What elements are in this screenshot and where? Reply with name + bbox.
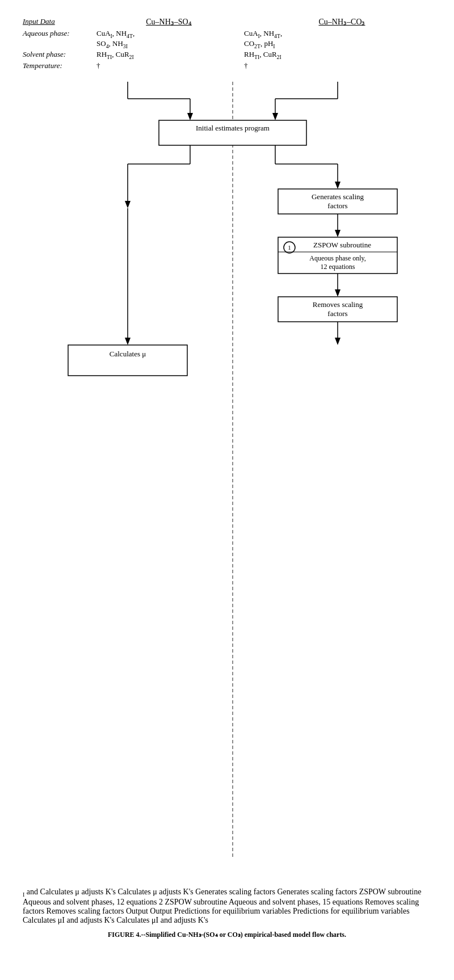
aqueous-phase-label: Aqueous phase: bbox=[23, 29, 85, 38]
svg-marker-14 bbox=[125, 201, 131, 208]
flowchart-svg: Initial estimates program Generates scal… bbox=[23, 82, 443, 888]
svg-text:Calculates μ: Calculates μ bbox=[110, 350, 146, 358]
left-temp-input: † bbox=[85, 61, 199, 70]
figure-caption: FIGURE 4.--Simplified Cu-NH₃-(SO₄ or CO₃… bbox=[23, 931, 431, 939]
temperature-label: Temperature: bbox=[23, 61, 85, 70]
svg-text:factors: factors bbox=[327, 309, 347, 318]
right-aqueous-inputs: CuAI, NH4T,CO2T, pHI bbox=[244, 29, 369, 49]
svg-marker-4 bbox=[187, 113, 193, 120]
svg-marker-23 bbox=[335, 230, 340, 237]
svg-text:Generates scaling: Generates scaling bbox=[312, 192, 364, 201]
left-system-label: Cu–NH₃–SO₄ bbox=[107, 17, 232, 27]
svg-text:ZSPOW subroutine: ZSPOW subroutine bbox=[313, 241, 371, 249]
right-system-label: Cu–NH₃–CO₃ bbox=[274, 17, 410, 27]
svg-marker-32 bbox=[335, 289, 340, 297]
left-aqueous-inputs: CuAI, NH4T,SO4, NH3I bbox=[85, 29, 199, 49]
svg-text:12 equations: 12 equations bbox=[321, 263, 355, 271]
svg-text:Removes scaling: Removes scaling bbox=[313, 300, 363, 309]
svg-marker-18 bbox=[335, 182, 340, 189]
svg-text:Initial estimates program: Initial estimates program bbox=[196, 124, 270, 132]
svg-marker-39 bbox=[125, 338, 131, 345]
input-data-label: Input Data bbox=[23, 17, 85, 26]
svg-text:factors: factors bbox=[327, 201, 347, 210]
svg-marker-37 bbox=[335, 338, 340, 345]
right-temp-input: † bbox=[244, 61, 369, 70]
solvent-phase-label: Solvent phase: bbox=[23, 50, 85, 59]
svg-text:1: 1 bbox=[288, 244, 291, 251]
right-solvent-inputs: RHTI, CuR2I bbox=[244, 50, 369, 60]
left-solvent-inputs: RHTI, CuR2I bbox=[85, 50, 199, 60]
svg-marker-8 bbox=[272, 113, 278, 120]
svg-text:Aqueous phase only,: Aqueous phase only, bbox=[309, 254, 366, 262]
page: Input Data Cu–NH₃–SO₄ Cu–NH₃–CO₃ Aqueous… bbox=[0, 0, 454, 980]
